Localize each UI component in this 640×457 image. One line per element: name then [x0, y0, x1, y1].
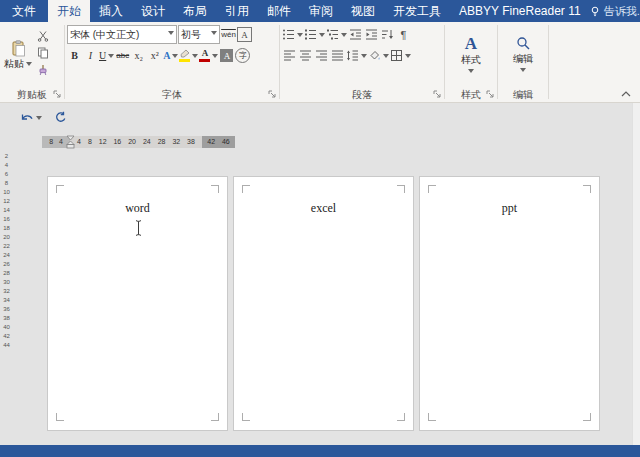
paste-clipboard-icon: [11, 40, 26, 57]
styles-button[interactable]: A 样式: [447, 24, 495, 87]
clipboard-group: 粘贴 剪: [0, 22, 64, 102]
line-spacing-button[interactable]: [346, 47, 367, 64]
increase-indent-button[interactable]: [364, 26, 379, 43]
character-shading-button[interactable]: A: [219, 47, 234, 64]
sort-button[interactable]: [380, 26, 395, 43]
quick-access-toolbar: [20, 111, 67, 123]
font-color-letter: A: [202, 49, 209, 58]
editing-group: 编辑 编辑: [498, 22, 548, 102]
justify-icon: [331, 49, 344, 62]
copy-button[interactable]: [34, 46, 52, 60]
styles-group: A 样式 样式: [445, 22, 497, 102]
page-word[interactable]: word: [47, 176, 228, 431]
subscript-button[interactable]: x₂: [131, 47, 146, 64]
page-excel[interactable]: excel: [233, 176, 414, 431]
tab-insert[interactable]: 插入: [90, 0, 132, 22]
multilevel-list-icon: [326, 28, 339, 41]
tab-layout[interactable]: 布局: [174, 0, 216, 22]
align-center-button[interactable]: [298, 47, 313, 64]
format-painter-button[interactable]: [34, 63, 52, 77]
indent-marker[interactable]: [66, 135, 75, 149]
enclose-characters-label: 字: [235, 48, 250, 63]
tab-design[interactable]: 设计: [132, 0, 174, 22]
align-right-button[interactable]: [314, 47, 329, 64]
tab-abbyy[interactable]: ABBYY FineReader 11: [450, 0, 590, 22]
crop-mark-icon: [428, 413, 436, 421]
borders-button[interactable]: [390, 47, 411, 64]
editing-button[interactable]: 编辑: [500, 24, 546, 87]
undo-button[interactable]: [20, 112, 42, 123]
phonetic-guide-button[interactable]: wén: [221, 26, 236, 43]
page-title: excel: [234, 201, 413, 216]
tab-review[interactable]: 审阅: [300, 0, 342, 22]
tab-mailings[interactable]: 邮件: [258, 0, 300, 22]
font-dialog-launcher[interactable]: [268, 90, 277, 99]
font-size-combo[interactable]: 初号: [178, 25, 220, 44]
show-formatting-marks-button[interactable]: ¶: [396, 26, 411, 43]
text-effects-button[interactable]: A: [163, 47, 178, 64]
numbering-button[interactable]: [304, 26, 325, 43]
decrease-indent-button[interactable]: [348, 26, 363, 43]
decrease-indent-icon: [349, 28, 362, 41]
clipboard-dialog-launcher[interactable]: [53, 90, 62, 99]
text-cursor-ibeam: [134, 219, 143, 237]
font-group: 宋体 (中文正文) 初号 wén A B I U abc x₂: [65, 22, 279, 102]
group-separator: [548, 25, 549, 99]
cut-button[interactable]: [34, 29, 52, 43]
magnifier-icon: [516, 36, 531, 51]
paste-label: 粘贴: [4, 57, 32, 71]
multilevel-list-button[interactable]: [326, 26, 347, 43]
shading-button[interactable]: [368, 47, 389, 64]
crop-mark-icon: [428, 185, 436, 193]
increase-indent-icon: [365, 28, 378, 41]
underline-button[interactable]: U: [99, 47, 114, 64]
align-left-button[interactable]: [282, 47, 297, 64]
vertical-scrollbar[interactable]: [632, 103, 640, 445]
font-color-button[interactable]: A: [199, 47, 218, 64]
justify-button[interactable]: [330, 47, 345, 64]
styles-icon: A: [465, 35, 477, 52]
paragraph-dialog-launcher[interactable]: [433, 90, 442, 99]
chevron-down-icon: [168, 31, 174, 38]
redo-button[interactable]: [54, 111, 67, 123]
tab-developer[interactable]: 开发工具: [384, 0, 450, 22]
page-title: word: [48, 201, 227, 216]
paint-bucket-icon: [368, 49, 381, 62]
tab-references[interactable]: 引用: [216, 0, 258, 22]
chevron-down-icon: [520, 68, 526, 75]
paste-button[interactable]: 粘贴: [2, 24, 34, 87]
superscript-button[interactable]: x²: [147, 47, 162, 64]
italic-button[interactable]: I: [83, 47, 98, 64]
styles-dialog-launcher[interactable]: [486, 90, 495, 99]
highlight-pen-icon: [179, 49, 190, 62]
bullets-button[interactable]: [282, 26, 303, 43]
collapse-ribbon-button[interactable]: [620, 90, 632, 98]
vertical-ruler[interactable]: 2 4 6 8 10 12 14 16 18 20 22 24 26 28 30…: [1, 152, 12, 350]
character-border-button[interactable]: A: [237, 26, 252, 43]
horizontal-ruler[interactable]: 8 4 4 8 12 16 20 24 28 32 38 42 46: [42, 136, 235, 148]
bullets-icon: [282, 28, 295, 41]
enclose-characters-button[interactable]: 字: [235, 47, 250, 64]
format-painter-icon: [37, 64, 49, 76]
tell-me-label: 告诉我...: [604, 4, 640, 19]
editing-group-label: 编辑: [513, 88, 533, 102]
pages-container: word excel ppt: [47, 176, 600, 431]
align-right-icon: [315, 49, 328, 62]
page-ppt[interactable]: ppt: [419, 176, 600, 431]
numbering-icon: [304, 28, 317, 41]
lightbulb-icon: [590, 6, 600, 17]
font-color-icon: A: [199, 49, 210, 62]
tab-home[interactable]: 开始: [48, 0, 90, 22]
borders-grid-icon: [390, 49, 403, 62]
tab-view[interactable]: 视图: [342, 0, 384, 22]
bold-button[interactable]: B: [67, 47, 82, 64]
tab-file[interactable]: 文件: [0, 0, 48, 22]
text-highlight-button[interactable]: [179, 47, 198, 64]
tell-me-box[interactable]: 告诉我...: [590, 4, 640, 19]
crop-mark-icon: [211, 185, 219, 193]
strikethrough-button[interactable]: abc: [115, 47, 130, 64]
font-group-label: 字体: [162, 88, 182, 102]
crop-mark-icon: [242, 413, 250, 421]
crop-mark-icon: [583, 413, 591, 421]
font-name-combo[interactable]: 宋体 (中文正文): [67, 25, 177, 44]
